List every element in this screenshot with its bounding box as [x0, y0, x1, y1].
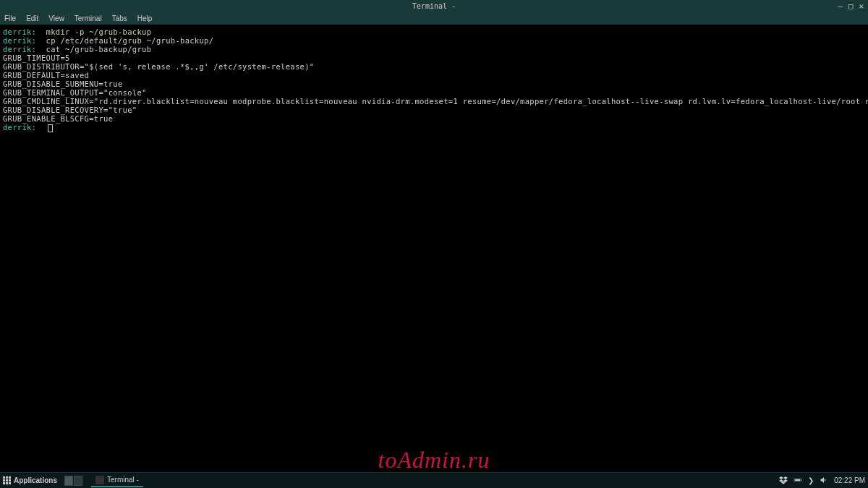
terminal-output[interactable]: derrik: mkdir -p ~/grub-backupderrik: cp…: [0, 25, 868, 135]
dropbox-icon[interactable]: [779, 476, 788, 486]
terminal-line: GRUB_DEFAULT=saved: [3, 71, 865, 80]
menu-terminal[interactable]: Terminal: [75, 14, 102, 22]
terminal-line: GRUB_DISTRIBUTOR="$(sed 's, release .*$,…: [3, 62, 865, 71]
svg-rect-2: [9, 476, 11, 479]
terminal-line: derrik: mkdir -p ~/grub-backup: [3, 27, 865, 36]
battery-icon[interactable]: [793, 476, 802, 486]
maximize-button[interactable]: □: [847, 1, 855, 11]
menu-edit[interactable]: Edit: [26, 14, 38, 22]
taskbar-left: Applications Terminal -: [3, 474, 143, 487]
terminal-line: GRUB_CMDLINE_LINUX="rd.driver.blacklist=…: [3, 97, 865, 106]
menu-tabs[interactable]: Tabs: [112, 14, 127, 22]
terminal-icon: [95, 476, 104, 484]
cursor: [48, 124, 53, 132]
minimize-button[interactable]: —: [836, 1, 844, 11]
workspace-2[interactable]: [74, 476, 82, 486]
chevron-right-icon[interactable]: ❯: [808, 476, 814, 484]
terminal-line: GRUB_DISABLE_RECOVERY="true": [3, 106, 865, 114]
window-titlebar: Terminal - — □ ✕: [0, 0, 868, 12]
taskbar-item-terminal[interactable]: Terminal -: [91, 474, 143, 487]
svg-rect-5: [9, 479, 11, 481]
terminal-line: GRUB_DISABLE_SUBMENU=true: [3, 80, 865, 88]
terminal-line: derrik: cp /etc/default/grub ~/grub-back…: [3, 36, 865, 45]
svg-rect-6: [3, 482, 5, 484]
workspace-switcher[interactable]: [64, 476, 82, 486]
apps-grid-icon: [3, 476, 11, 484]
svg-rect-7: [6, 482, 8, 484]
volume-icon[interactable]: [820, 476, 828, 486]
svg-rect-1: [6, 476, 8, 479]
menubar: File Edit View Terminal Tabs Help: [0, 12, 868, 25]
svg-rect-4: [6, 479, 8, 481]
terminal-line: derrik: cat ~/grub-backup/grub: [3, 45, 865, 53]
svg-rect-10: [801, 479, 801, 481]
svg-rect-0: [3, 476, 5, 479]
taskbar: Applications Terminal - ❯ 02:22 PM: [0, 472, 868, 488]
svg-rect-8: [9, 482, 11, 484]
clock[interactable]: 02:22 PM: [834, 476, 865, 484]
terminal-line: GRUB_TERMINAL_OUTPUT="console": [3, 88, 865, 97]
close-button[interactable]: ✕: [857, 1, 865, 11]
menu-help[interactable]: Help: [137, 14, 153, 22]
window-controls: — □ ✕: [836, 1, 865, 11]
menu-view[interactable]: View: [48, 14, 64, 22]
terminal-line: GRUB_ENABLE_BLSCFG=true: [3, 114, 865, 123]
applications-label: Applications: [14, 476, 57, 484]
taskbar-item-label: Terminal -: [107, 476, 139, 484]
workspace-1[interactable]: [64, 476, 73, 486]
window-title: Terminal -: [412, 2, 456, 10]
terminal-line: derrik:: [3, 123, 865, 132]
svg-rect-11: [795, 479, 800, 481]
terminal-line: GRUB_TIMEOUT=5: [3, 53, 865, 62]
svg-rect-3: [3, 479, 5, 481]
menu-file[interactable]: File: [4, 14, 16, 22]
watermark: toAdmin.ru: [378, 447, 490, 474]
taskbar-right: ❯ 02:22 PM: [779, 476, 865, 486]
applications-button[interactable]: Applications: [3, 476, 57, 484]
